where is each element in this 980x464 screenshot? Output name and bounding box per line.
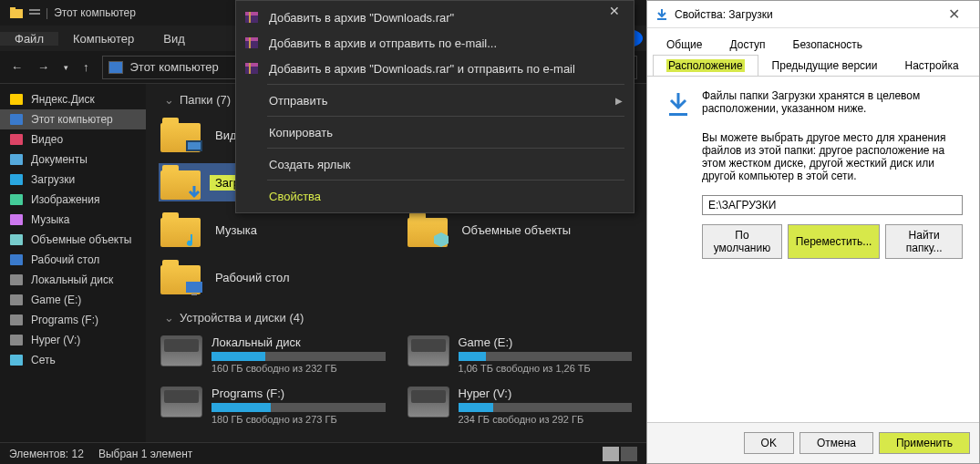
ctx-item-0[interactable]: Добавить в архив "Downloads.rar": [236, 5, 634, 30]
svg-rect-26: [191, 294, 197, 295]
ctx-item-4[interactable]: Отправить ▶: [236, 88, 634, 113]
menu-view[interactable]: Вид: [149, 32, 200, 46]
ctx-item-2[interactable]: Добавить в архив "Downloads.rar" и отпра…: [236, 56, 634, 81]
sidebar-item-label: Загрузки: [31, 173, 75, 186]
svg-rect-1: [10, 7, 15, 10]
forward-button[interactable]: →: [32, 57, 55, 77]
dialog-body: Файлы папки Загрузки хранятся в целевом …: [647, 77, 979, 422]
svg-rect-17: [10, 355, 23, 366]
sidebar-item-label: Музыка: [31, 213, 69, 226]
path-input[interactable]: [702, 195, 963, 215]
sidebar-item-9[interactable]: Локальный диск: [0, 270, 146, 290]
overflow-icon[interactable]: [27, 5, 42, 20]
svg-rect-36: [669, 113, 687, 116]
drive-item-2[interactable]: Programs (F:) 180 ГБ свободно из 273 ГБ: [159, 385, 387, 427]
sidebar-item-12[interactable]: Hyper (V:): [0, 330, 146, 350]
sidebar-item-0[interactable]: Яндекс.Диск: [0, 89, 146, 109]
3d-icon: [431, 231, 451, 251]
back-button[interactable]: ←: [5, 57, 28, 77]
find-folder-button[interactable]: Найти папку...: [885, 224, 963, 259]
drive-item-1[interactable]: Game (E:) 1,06 ТБ свободно из 1,26 ТБ: [406, 334, 634, 376]
sidebar-item-3[interactable]: Документы: [0, 150, 146, 170]
ok-button[interactable]: OK: [744, 432, 794, 454]
drive-usage-bar: [459, 352, 633, 361]
tab-Общие[interactable]: Общие: [653, 34, 716, 55]
drive-item-0[interactable]: Локальный диск 160 ГБ свободно из 232 ГБ: [159, 334, 387, 376]
sidebar-item-13[interactable]: Сеть: [0, 350, 146, 370]
sidebar-item-1[interactable]: Этот компьютер: [0, 109, 146, 129]
folder-icon: [9, 5, 24, 20]
sidebar-item-5[interactable]: Изображения: [0, 190, 146, 210]
up-button[interactable]: ↑: [77, 57, 95, 77]
tab-Предыдущие версии[interactable]: Предыдущие версии: [758, 55, 892, 76]
status-count: Элементов: 12: [9, 448, 84, 460]
large-view-icon[interactable]: [621, 447, 637, 461]
ctx-item-10[interactable]: Свойства: [236, 183, 634, 209]
image-icon: [9, 192, 24, 207]
disk-icon: [9, 313, 24, 327]
address-text: Этот компьютер: [130, 60, 219, 74]
menu-file[interactable]: Файл: [0, 32, 58, 46]
svg-rect-6: [10, 134, 23, 145]
default-button[interactable]: По умолчанию: [702, 224, 782, 259]
apply-button[interactable]: Применить: [879, 432, 970, 454]
ctx-item-8[interactable]: Создать ярлык: [236, 151, 634, 177]
ctx-item-1[interactable]: Добавить в архив и отправить по e-mail..…: [236, 30, 634, 56]
sidebar-item-7[interactable]: Объемные объекты: [0, 230, 146, 250]
folder-label: Объемные объекты: [457, 222, 577, 238]
context-menu: ✕ Добавить в архив "Downloads.rar" Добав…: [235, 0, 634, 213]
details-view-icon[interactable]: [603, 447, 619, 461]
dialog-tabs: ОбщиеДоступБезопасность РасположениеПред…: [647, 28, 979, 77]
tab-Настройка[interactable]: Настройка: [892, 55, 973, 76]
tab-Расположение[interactable]: Расположение: [653, 55, 758, 76]
nav-sidebar: Яндекс.Диск Этот компьютер Видео Докумен…: [0, 84, 146, 442]
download-icon: [184, 183, 204, 203]
info-text-1: Файлы папки Загрузки хранятся в целевом …: [702, 89, 963, 115]
dialog-footer: OK Отмена Применить: [647, 422, 979, 463]
menu-computer[interactable]: Компьютер: [58, 32, 149, 46]
pc-icon: [9, 112, 24, 127]
tab-Доступ[interactable]: Доступ: [716, 34, 779, 55]
recent-dropdown[interactable]: ▾: [58, 59, 74, 76]
sidebar-item-label: Game (E:): [31, 294, 81, 306]
svg-rect-29: [249, 12, 251, 23]
separator: [267, 180, 624, 180]
separator: [267, 116, 624, 117]
drive-item-3[interactable]: Hyper (V:) 234 ГБ свободно из 292 ГБ: [406, 385, 634, 427]
sidebar-item-11[interactable]: Programs (F:): [0, 310, 146, 330]
folder-icon: [160, 212, 201, 247]
sidebar-item-4[interactable]: Загрузки: [0, 170, 146, 190]
folder-icon: [160, 118, 201, 152]
folder-icon: [160, 165, 201, 200]
move-button[interactable]: Переместить...: [788, 224, 881, 259]
sidebar-item-6[interactable]: Музыка: [0, 210, 146, 230]
svg-rect-11: [10, 234, 23, 245]
cancel-button[interactable]: Отмена: [799, 432, 873, 454]
ctx-label: Свойства: [269, 190, 321, 203]
svg-rect-35: [249, 63, 251, 74]
sidebar-item-label: Изображения: [31, 193, 99, 206]
blank-icon: [243, 188, 260, 204]
svg-rect-0: [10, 9, 23, 18]
drive-free-text: 234 ГБ свободно из 292 ГБ: [459, 414, 633, 425]
drive-usage-bar: [459, 403, 633, 412]
sidebar-item-label: Сеть: [31, 354, 56, 366]
folder-item-desktop[interactable]: Рабочий стол: [159, 258, 387, 296]
svg-rect-4: [10, 94, 23, 105]
download-icon: [9, 172, 24, 187]
folder-item-3d[interactable]: Объемные объекты: [406, 211, 634, 249]
sidebar-item-8[interactable]: Рабочий стол: [0, 250, 146, 270]
download-arrow-icon: [664, 89, 693, 119]
status-selected: Выбран 1 элемент: [98, 448, 192, 460]
folder-item-music[interactable]: Музыка: [159, 211, 387, 249]
tab-Безопасность[interactable]: Безопасность: [779, 34, 877, 55]
sidebar-item-10[interactable]: Game (E:): [0, 290, 146, 310]
ctx-item-6[interactable]: Копировать: [236, 119, 634, 145]
dialog-close-icon[interactable]: ✕: [935, 5, 972, 23]
drives-header[interactable]: ⌄Устройства и диски (4): [164, 311, 634, 325]
sidebar-item-2[interactable]: Видео: [0, 129, 146, 150]
yandex-icon: [9, 92, 24, 107]
sidebar-item-label: Рабочий стол: [31, 253, 99, 266]
svg-rect-19: [188, 142, 201, 150]
view-toggle[interactable]: [603, 447, 637, 461]
